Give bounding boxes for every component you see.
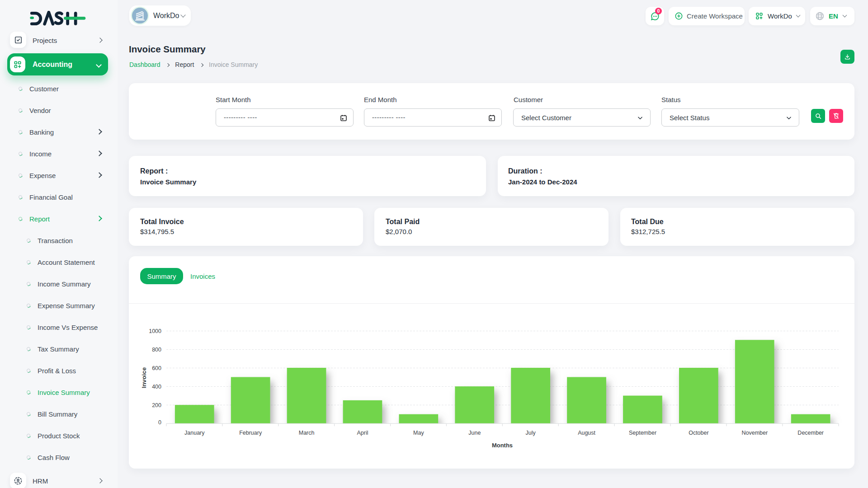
svg-text:800: 800 [152,347,161,353]
svg-text:Invoice: Invoice [141,367,147,388]
svg-text:January: January [184,430,205,436]
svg-text:August: August [578,430,595,436]
svg-text:October: October [689,430,708,436]
svg-text:November: November [741,430,768,436]
svg-text:Months: Months [492,442,513,449]
svg-text:May: May [413,430,424,436]
svg-text:February: February [239,430,262,436]
svg-text:April: April [357,430,368,436]
svg-text:200: 200 [152,402,161,408]
svg-text:1000: 1000 [149,328,161,334]
svg-text:June: June [468,430,481,436]
svg-text:December: December [797,430,824,436]
svg-text:September: September [629,430,656,436]
svg-text:600: 600 [152,365,161,371]
svg-text:March: March [299,430,315,436]
svg-text:July: July [526,430,536,436]
svg-text:400: 400 [152,384,161,390]
svg-text:0: 0 [158,419,161,426]
